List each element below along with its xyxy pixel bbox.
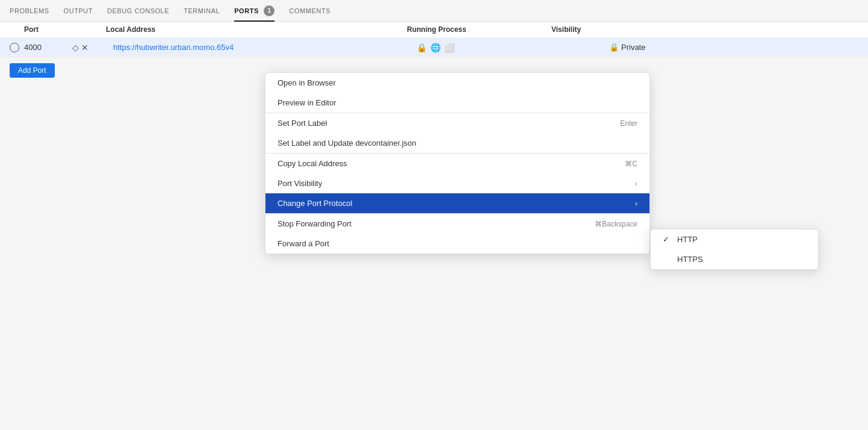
submenu-protocol: ✓ HTTP HTTPS <box>650 229 819 270</box>
menu-item-port-visibility[interactable]: Port Visibility › <box>265 173 649 193</box>
row-visibility: 🔒 Private <box>609 43 645 52</box>
globe-icon[interactable]: 🌐 <box>430 43 441 52</box>
row-address-actions: 🔒 🌐 ⬜ <box>417 43 465 52</box>
row-status-indicator <box>10 43 19 52</box>
col-header-port: Port <box>10 25 106 34</box>
menu-item-preview-editor[interactable]: Preview in Editor <box>265 93 649 113</box>
tab-output[interactable]: OUTPUT <box>64 2 93 19</box>
menu-item-set-label-update[interactable]: Set Label and Update devcontainer.json <box>265 133 649 153</box>
table-row: 4000 ◇ ✕ https://hubwriter.urban.momo.65… <box>0 38 868 57</box>
tab-bar: PROBLEMS OUTPUT DEBUG CONSOLE TERMINAL P… <box>0 0 868 22</box>
menu-item-copy-local-address[interactable]: Copy Local Address ⌘C <box>265 154 649 173</box>
close-icon[interactable]: ✕ <box>81 43 88 52</box>
submenu-item-http[interactable]: ✓ HTTP <box>651 229 818 249</box>
menu-section-2: Set Port Label Enter Set Label and Updat… <box>265 113 649 154</box>
menu-item-stop-forwarding[interactable]: Stop Forwarding Port ⌘Backspace <box>265 214 649 234</box>
row-port-value: 4000 <box>24 43 72 52</box>
context-menu: Open in Browser Preview in Editor Set Po… <box>265 72 650 254</box>
row-port-actions: ◇ ✕ <box>72 43 108 52</box>
menu-section-1: Open in Browser Preview in Editor <box>265 73 649 113</box>
arrow-icon-highlighted: › <box>635 199 637 208</box>
menu-item-forward-port[interactable]: Forward a Port <box>265 234 649 254</box>
preview-icon[interactable]: ⬜ <box>444 43 454 52</box>
check-mark-http: ✓ <box>663 235 672 244</box>
tab-comments[interactable]: COMMENTS <box>289 2 330 19</box>
ports-badge: 1 <box>264 5 274 16</box>
menu-item-change-port-protocol[interactable]: Change Port Protocol › <box>265 193 649 213</box>
tab-problems[interactable]: PROBLEMS <box>10 2 49 19</box>
add-port-button[interactable]: Add Port <box>10 63 55 78</box>
menu-item-open-browser[interactable]: Open in Browser <box>265 73 649 93</box>
col-header-process: Running Process <box>407 25 551 34</box>
menu-section-4: Stop Forwarding Port ⌘Backspace Forward … <box>265 214 649 254</box>
table-header: Port Local Address Running Process Visib… <box>0 22 868 38</box>
lock-icon: 🔒 <box>609 43 619 52</box>
tab-ports[interactable]: PORTS 1 <box>234 1 274 21</box>
submenu-item-https[interactable]: HTTPS <box>651 249 818 269</box>
label-icon[interactable]: ◇ <box>72 43 79 52</box>
menu-item-set-port-label[interactable]: Set Port Label Enter <box>265 113 649 133</box>
arrow-icon: › <box>635 179 637 188</box>
tab-terminal[interactable]: TERMINAL <box>184 2 220 19</box>
col-header-visibility: Visibility <box>551 25 581 34</box>
menu-section-3: Copy Local Address ⌘C Port Visibility › … <box>265 154 649 214</box>
check-mark-https <box>663 255 672 264</box>
copy-icon[interactable]: 🔒 <box>417 43 427 52</box>
col-header-address: Local Address <box>106 25 407 34</box>
row-local-address[interactable]: https://hubwriter.urban.momo.65v4 <box>113 43 414 52</box>
tab-debug-console[interactable]: DEBUG CONSOLE <box>107 2 169 19</box>
